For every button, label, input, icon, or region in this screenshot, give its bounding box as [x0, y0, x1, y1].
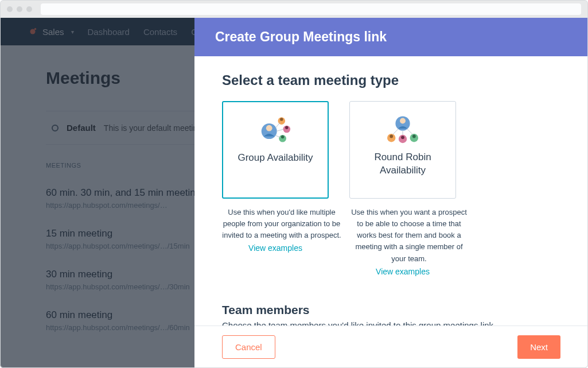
svg-point-17	[390, 135, 393, 138]
option-group-availability[interactable]: Group Availability	[222, 101, 329, 199]
sheet-body: Select a team meeting type	[194, 56, 588, 326]
svg-line-12	[277, 129, 284, 131]
svg-line-22	[392, 129, 399, 135]
svg-point-19	[401, 135, 404, 139]
svg-point-6	[280, 118, 283, 121]
svg-point-4	[266, 125, 272, 131]
team-members-heading: Team members	[222, 303, 560, 317]
sheet-title: Create Group Meetings link	[194, 18, 588, 56]
option-title: Group Availability	[237, 152, 313, 165]
cancel-button[interactable]: Cancel	[222, 335, 275, 359]
traffic-max-icon	[26, 6, 32, 12]
svg-point-21	[412, 135, 416, 138]
view-examples-link[interactable]: View examples	[376, 267, 430, 276]
traffic-close-icon	[7, 6, 13, 12]
next-button[interactable]: Next	[517, 335, 560, 359]
select-type-heading: Select a team meeting type	[222, 72, 560, 88]
traffic-min-icon	[17, 6, 22, 12]
option-desc: Use this when you'd like multiple people…	[222, 207, 341, 241]
address-bar[interactable]	[41, 3, 581, 15]
round-robin-icon	[382, 112, 423, 145]
svg-line-24	[407, 129, 413, 135]
svg-point-10	[281, 135, 284, 138]
option-desc: Use this when you want a prospect to be …	[349, 207, 469, 265]
option-round-robin[interactable]: Round Robin Availability	[349, 101, 456, 199]
option-title: Round Robin Availability	[356, 151, 450, 177]
svg-line-11	[275, 122, 281, 128]
view-examples-link[interactable]: View examples	[248, 243, 302, 253]
team-members-sub: Choose the team members you'd like invit…	[222, 320, 560, 326]
group-availability-icon	[255, 113, 296, 146]
svg-point-15	[400, 118, 406, 124]
create-group-meeting-sheet: Create Group Meetings link Select a team…	[194, 18, 588, 368]
browser-chrome	[0, 0, 588, 18]
sheet-footer: Cancel Next	[194, 326, 588, 368]
svg-point-8	[285, 126, 288, 129]
